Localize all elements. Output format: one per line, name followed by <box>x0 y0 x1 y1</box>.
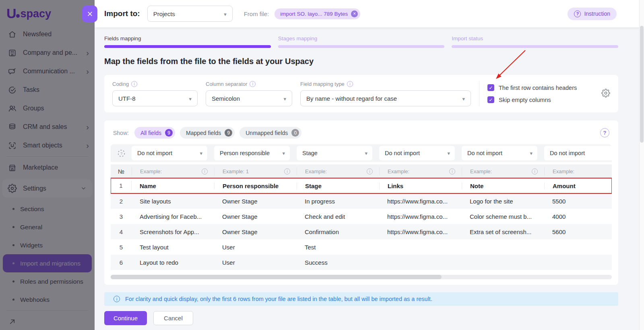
column-mapping-select-5[interactable]: Do not import <box>462 146 537 160</box>
file-chip-label: import SO. layo... 789 Bytes <box>280 11 348 17</box>
column-mapping-select-3[interactable]: Stage <box>297 146 372 160</box>
advanced-settings-gear-button[interactable] <box>601 89 610 99</box>
cell-person: User <box>214 244 297 251</box>
cell-person: Person responsible <box>214 183 297 189</box>
instruction-button[interactable]: Instruction <box>568 8 617 20</box>
column-mapping-select-4[interactable]: Do not import <box>379 146 455 160</box>
checkbox-checked-icon[interactable] <box>487 84 494 91</box>
cell-note: Color scheme must b... <box>462 213 544 220</box>
cell-stage: Confirmation <box>297 228 379 235</box>
cell-person: Owner Stage <box>214 198 297 205</box>
example-text: Example: 1 <box>223 168 249 174</box>
row-number: 1 <box>111 181 132 191</box>
filter-mapped-fields[interactable]: Mapped fields9 <box>180 127 235 139</box>
column-mapping-select-2[interactable]: Person responsible <box>214 146 290 160</box>
row-number: 5 <box>111 244 132 251</box>
table-row[interactable]: 4 Screenshots for App... Owner Stage Con… <box>111 224 612 239</box>
mapping-cell: Do not import <box>379 146 462 160</box>
step-stages-mapping[interactable]: Stages mapping <box>278 35 445 48</box>
label-text: Field mapping type <box>300 81 345 87</box>
cell-note: Logo for the site <box>462 198 544 205</box>
help-button[interactable] <box>600 128 609 137</box>
mapping-value: Do not import <box>385 150 420 156</box>
table-row-header-highlighted[interactable]: 1 Name Person responsible Stage Links No… <box>111 178 612 193</box>
from-file-label: From file: <box>244 10 269 17</box>
checkbox-label: Skip empty columns <box>499 97 551 103</box>
svg-text:?: ? <box>120 151 122 155</box>
mapping-cell: Do not import <box>132 146 214 160</box>
label-text: Column separator <box>206 81 247 87</box>
import-target-value: Projects <box>153 10 175 17</box>
count-badge: 9 <box>225 129 232 137</box>
label-text: Coding <box>112 81 129 87</box>
cell-stage: Stage <box>297 183 379 189</box>
example-text: Example: <box>140 168 162 174</box>
coding-field-group: Coding UTF-8 <box>112 81 198 106</box>
mapping-cell: Do not import <box>462 146 544 160</box>
cell-name: Site layouts <box>132 198 214 205</box>
row-number: 6 <box>111 259 132 266</box>
auto-mapping-icon: ? <box>111 149 132 158</box>
column-separator-select[interactable]: Semicolon <box>206 90 292 106</box>
cell-stage: Success <box>297 259 379 266</box>
filter-all-fields[interactable]: All fields9 <box>134 127 175 139</box>
skip-empty-columns-checkbox-row[interactable]: Skip empty columns <box>487 96 577 103</box>
instruction-label: Instruction <box>584 10 610 17</box>
cell-amount: 4000 <box>544 213 612 220</box>
info-icon[interactable] <box>347 81 353 87</box>
horizontal-scrollbar-thumb[interactable] <box>111 275 442 279</box>
horizontal-scrollbar[interactable] <box>111 275 612 279</box>
mapping-cell: Person responsible <box>214 146 297 160</box>
modal-backdrop[interactable] <box>0 0 95 330</box>
info-icon[interactable] <box>202 168 208 174</box>
continue-button[interactable]: Continue <box>104 311 147 325</box>
file-chip[interactable]: import SO. layo... 789 Bytes <box>275 8 360 19</box>
info-icon[interactable] <box>131 81 137 87</box>
vertical-scrollbar-thumb[interactable] <box>640 26 644 143</box>
count-badge: 0 <box>291 129 299 137</box>
field-mapping-type-select[interactable]: By name - without regard for case <box>300 90 471 106</box>
info-banner-text: For clarity and quick display, only the … <box>125 296 432 302</box>
cell-name: Advertising for Faceb... <box>132 213 214 220</box>
remove-file-icon[interactable] <box>351 10 358 17</box>
import-steps: Fields mapping Stages mapping Import sta… <box>104 35 618 48</box>
example-cell: Example: <box>132 167 214 175</box>
first-row-headers-checkbox-row[interactable]: The first row contains headers <box>487 84 577 91</box>
options-divider <box>479 81 479 106</box>
table-row[interactable]: 2 Site layouts Owner Stage In progress h… <box>111 193 612 209</box>
number-column-header: № <box>111 168 132 175</box>
step-progress-bar <box>104 45 271 48</box>
info-icon[interactable] <box>250 81 256 87</box>
import-options-panel: Coding UTF-8 Column separator Semicolon … <box>104 75 618 112</box>
step-label: Stages mapping <box>278 35 445 42</box>
row-number: 4 <box>111 228 132 235</box>
cell-name: Layout to redo <box>132 259 214 266</box>
caret-down-icon <box>462 95 465 102</box>
cancel-button[interactable]: Cancel <box>153 311 193 325</box>
example-text: Example: <box>388 168 409 174</box>
table-row[interactable]: 6 Layout to redo User Success <box>111 255 612 270</box>
column-mapping-select-1[interactable]: Do not import <box>132 146 207 160</box>
close-button[interactable] <box>82 6 97 22</box>
step-fields-mapping[interactable]: Fields mapping <box>104 35 271 48</box>
column-mapping-select-6[interactable]: Do not import <box>544 146 612 160</box>
import-target-select[interactable]: Projects <box>147 6 233 22</box>
field-mapping-type-group: Field mapping type By name - without reg… <box>300 81 471 106</box>
info-icon <box>114 296 120 302</box>
mapping-value: Do not import <box>137 150 172 156</box>
cell-note: Note <box>462 183 544 189</box>
checkbox-checked-icon[interactable] <box>487 96 494 103</box>
info-icon[interactable] <box>284 168 290 174</box>
table-row[interactable]: 3 Advertising for Faceb... Owner Stage C… <box>111 209 612 224</box>
step-import-status[interactable]: Import status <box>452 35 618 48</box>
info-icon[interactable] <box>532 168 538 174</box>
cell-name: Screenshots for App... <box>132 228 214 235</box>
vertical-scrollbar[interactable] <box>639 0 644 330</box>
info-icon[interactable] <box>449 168 455 174</box>
coding-select[interactable]: UTF-8 <box>112 90 198 106</box>
table-row[interactable]: 5 Test layout User Test <box>111 239 612 255</box>
filter-unmapped-fields[interactable]: Unmapped fields0 <box>239 127 301 139</box>
column-separator-field-group: Column separator Semicolon <box>206 81 292 106</box>
caret-down-icon <box>224 10 227 17</box>
info-icon[interactable] <box>367 168 373 174</box>
